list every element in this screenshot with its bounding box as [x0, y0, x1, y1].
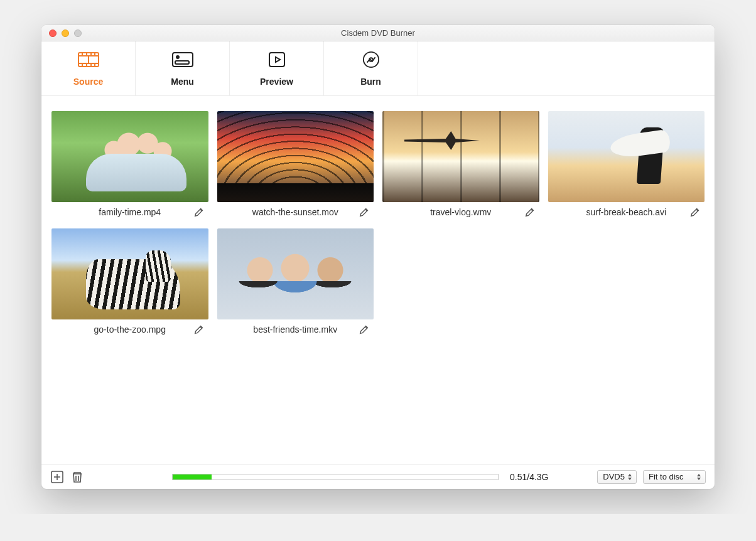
- tab-label: Source: [73, 77, 103, 87]
- disc-burn-icon: [360, 51, 382, 70]
- add-clip-button[interactable]: [50, 470, 64, 484]
- tab-burn[interactable]: Burn: [324, 41, 418, 95]
- zoom-window-button[interactable]: [74, 29, 82, 37]
- titlebar: Cisdem DVD Burner: [41, 25, 715, 41]
- clip-caption-row: surf-break-beach.avi: [548, 202, 705, 218]
- clip-filename: watch-the-sunset.mov: [220, 207, 372, 217]
- svg-point-13: [176, 56, 179, 58]
- clip-thumbnail[interactable]: [548, 111, 705, 202]
- tab-menu[interactable]: Menu: [136, 41, 230, 95]
- tab-preview[interactable]: Preview: [230, 41, 324, 95]
- disc-capacity-fill: [173, 474, 212, 479]
- clip-filename: best-friends-time.mkv: [220, 324, 372, 335]
- traffic-lights: [41, 29, 82, 37]
- clip-thumbnail[interactable]: [382, 111, 539, 202]
- tab-label: Burn: [360, 77, 381, 87]
- clip-item[interactable]: travel-vlog.wmv: [382, 111, 539, 218]
- pencil-icon[interactable]: [689, 206, 701, 218]
- clip-filename: go-to-the-zoo.mpg: [54, 324, 206, 335]
- svg-marker-16: [276, 57, 280, 62]
- clip-caption-row: go-to-the-zoo.mpg: [51, 319, 208, 336]
- tab-label: Menu: [171, 77, 194, 87]
- clip-caption-row: travel-vlog.wmv: [382, 202, 539, 218]
- clip-item[interactable]: surf-break-beach.avi: [548, 111, 705, 218]
- clip-caption-row: family-time.mp4: [51, 202, 208, 218]
- disc-type-select[interactable]: DVD5: [597, 470, 637, 484]
- fit-mode-select[interactable]: Fit to disc: [643, 470, 706, 484]
- pencil-icon[interactable]: [359, 324, 370, 335]
- close-window-button[interactable]: [49, 29, 57, 37]
- clip-caption-row: watch-the-sunset.mov: [217, 202, 374, 218]
- disc-capacity-bar: [172, 474, 499, 480]
- clip-thumbnail[interactable]: [51, 111, 208, 202]
- content-area: family-time.mp4watch-the-sunset.movtrave…: [41, 96, 715, 464]
- minimize-window-button[interactable]: [62, 29, 69, 37]
- svg-rect-14: [175, 61, 189, 64]
- tab-label: Preview: [260, 77, 293, 87]
- clip-thumbnail[interactable]: [51, 228, 208, 319]
- menu-template-icon: [172, 51, 193, 70]
- app-window: Cisdem DVD Burner Source: [41, 25, 715, 489]
- clip-caption-row: best-friends-time.mkv: [217, 319, 374, 336]
- bottom-bar: 0.51/4.3G DVD5 Fit to disc: [41, 464, 715, 489]
- fit-mode-value: Fit to disc: [649, 472, 684, 481]
- main-toolbar: Source Menu Preview: [41, 41, 715, 96]
- updown-icon: [695, 472, 703, 482]
- clip-item[interactable]: watch-the-sunset.mov: [217, 111, 374, 218]
- pencil-icon[interactable]: [193, 206, 205, 218]
- pencil-icon[interactable]: [524, 206, 536, 218]
- clip-filename: travel-vlog.wmv: [385, 207, 537, 217]
- clip-filename: family-time.mp4: [54, 207, 206, 217]
- clip-item[interactable]: family-time.mp4: [51, 111, 208, 218]
- delete-clip-button[interactable]: [70, 470, 84, 484]
- clip-filename: surf-break-beach.avi: [551, 207, 703, 217]
- clips-grid: family-time.mp4watch-the-sunset.movtrave…: [51, 111, 705, 336]
- tab-source[interactable]: Source: [41, 41, 136, 95]
- disc-type-value: DVD5: [603, 472, 625, 481]
- pencil-icon[interactable]: [359, 206, 370, 218]
- disc-size-label: 0.51/4.3G: [510, 472, 549, 482]
- play-preview-icon: [266, 51, 288, 70]
- clip-item[interactable]: go-to-the-zoo.mpg: [51, 228, 208, 336]
- clip-thumbnail[interactable]: [217, 111, 374, 202]
- clip-item[interactable]: best-friends-time.mkv: [217, 228, 374, 336]
- svg-rect-15: [269, 53, 284, 67]
- filmstrip-icon: [78, 51, 99, 70]
- pencil-icon[interactable]: [193, 324, 205, 335]
- updown-icon: [626, 472, 634, 482]
- window-title: Cisdem DVD Burner: [41, 28, 715, 38]
- clip-thumbnail[interactable]: [217, 228, 374, 319]
